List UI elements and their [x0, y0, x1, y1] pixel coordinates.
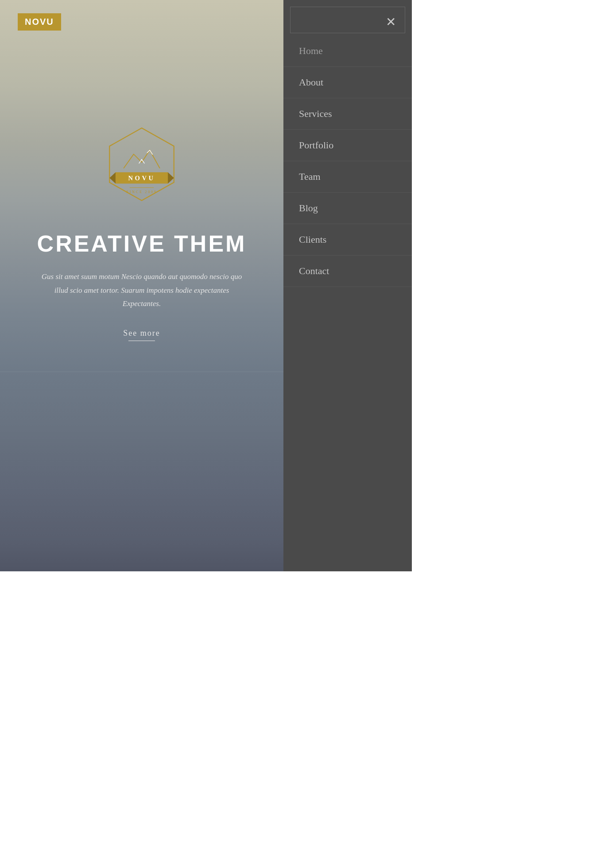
svg-text:SINCE 2009: SINCE 2009 — [126, 190, 157, 194]
nav-items-list: Home About Services Portfolio Team Blog … — [283, 35, 412, 571]
nav-item-clients[interactable]: Clients — [283, 224, 412, 256]
nav-item-home[interactable]: Home — [283, 35, 412, 67]
logo-box[interactable]: NOVU — [18, 13, 61, 31]
logo-text: NOVU — [25, 17, 54, 27]
nav-item-contact[interactable]: Contact — [283, 256, 412, 287]
hero-title: CREATIVE THEM — [37, 230, 247, 257]
close-menu-button[interactable]: ✕ — [386, 16, 396, 28]
see-more-button[interactable]: See more — [123, 329, 160, 341]
top-bar: NOVU — [18, 13, 61, 31]
nav-item-team[interactable]: Team — [283, 161, 412, 193]
nav-item-portfolio[interactable]: Portfolio — [283, 130, 412, 161]
svg-marker-0 — [109, 128, 174, 201]
nav-item-about[interactable]: About — [283, 67, 412, 98]
nav-item-services[interactable]: Services — [283, 98, 412, 130]
nav-sidebar: ✕ Home About Services Portfolio Team Blo… — [283, 0, 412, 571]
hero-content: NOVU SINCE 2009 CREATIVE THEM Gus sit am… — [0, 0, 283, 571]
svg-text:NOVU: NOVU — [128, 175, 155, 182]
close-button-area: ✕ — [290, 7, 405, 33]
nav-item-blog[interactable]: Blog — [283, 193, 412, 224]
hero-subtitle: Gus sit amet suum motum Nescio quando au… — [27, 270, 257, 311]
brand-badge: NOVU SINCE 2009 — [97, 124, 186, 213]
